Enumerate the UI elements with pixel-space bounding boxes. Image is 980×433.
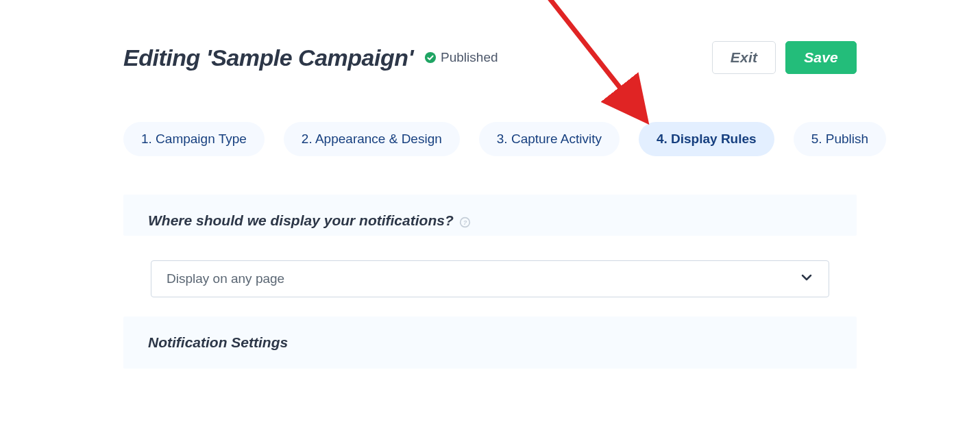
status-badge: Published [424, 50, 498, 65]
tab-publish[interactable]: 5. Publish [794, 122, 886, 156]
page-title: Editing 'Sample Campaign' [123, 45, 413, 71]
tab-capture-activity[interactable]: 3. Capture Activity [479, 122, 620, 156]
panel-settings-title: Notification Settings [148, 334, 288, 351]
dropdown-wrap: Display on any page [123, 260, 857, 317]
tab-appearance-design[interactable]: 2. Appearance & Design [284, 122, 460, 156]
panel-display-where: Where should we display your notificatio… [123, 195, 857, 236]
help-icon[interactable]: ? [459, 215, 471, 227]
chevron-down-icon [800, 271, 813, 287]
svg-point-2 [425, 52, 436, 63]
panel-settings-title-text: Notification Settings [148, 334, 288, 351]
status-text: Published [441, 50, 498, 65]
header-left: Editing 'Sample Campaign' Published [123, 45, 498, 71]
header: Editing 'Sample Campaign' Published Exit… [123, 41, 857, 74]
header-actions: Exit Save [712, 41, 857, 74]
tabs: 1. Campaign Type 2. Appearance & Design … [123, 122, 857, 156]
display-page-dropdown[interactable]: Display on any page [151, 260, 829, 297]
svg-text:?: ? [463, 219, 467, 225]
panel-notification-settings: Notification Settings [123, 317, 857, 369]
panel-display-title-text: Where should we display your notificatio… [148, 212, 454, 229]
tab-campaign-type[interactable]: 1. Campaign Type [123, 122, 265, 156]
check-circle-icon [424, 51, 437, 64]
tab-display-rules[interactable]: 4. Display Rules [639, 122, 774, 156]
exit-button[interactable]: Exit [712, 41, 776, 74]
panel-display-title: Where should we display your notificatio… [148, 212, 471, 229]
dropdown-value: Display on any page [167, 271, 284, 286]
save-button[interactable]: Save [785, 41, 857, 74]
